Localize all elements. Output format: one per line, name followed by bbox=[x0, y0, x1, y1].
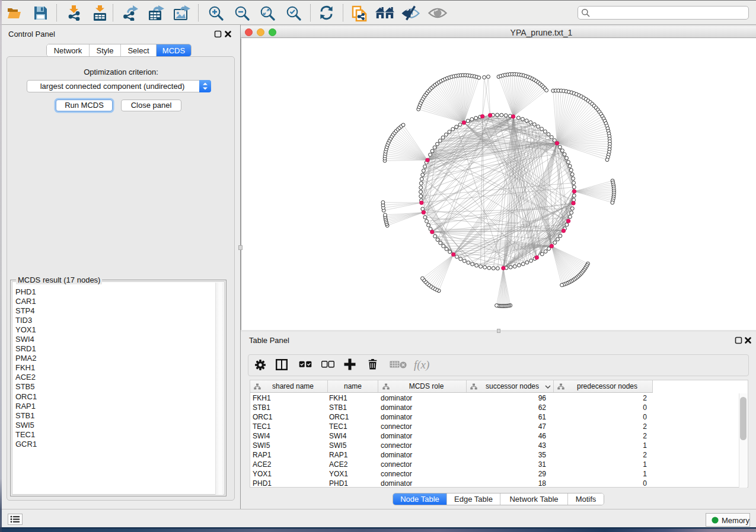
svg-text:f(x): f(x) bbox=[414, 358, 429, 371]
